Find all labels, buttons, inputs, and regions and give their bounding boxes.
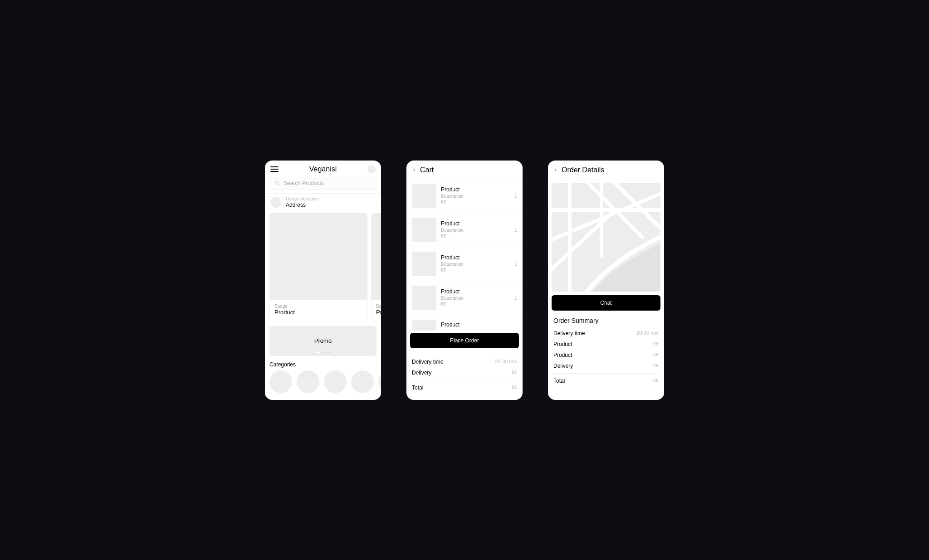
categories-row[interactable] xyxy=(265,370,381,393)
cart-item[interactable]: Product Description €€ 1 xyxy=(406,247,523,281)
order-summary-title: Order Summary xyxy=(548,311,664,328)
screen-home: Veganisi Search Products Current locatio… xyxy=(265,161,381,400)
app-title: Veganisi xyxy=(309,165,337,173)
item-name: Product xyxy=(441,288,510,296)
product-name: Product xyxy=(274,309,362,316)
profile-avatar[interactable] xyxy=(367,165,376,173)
place-order-button[interactable]: Place Order xyxy=(410,333,519,348)
summary-delivery-time: Delivery time 20-30 min xyxy=(412,356,517,367)
back-icon[interactable] xyxy=(412,167,416,173)
category-item[interactable] xyxy=(351,370,374,393)
item-name: Product xyxy=(441,220,510,228)
location-row[interactable]: Current location Address xyxy=(265,193,381,213)
location-address: Address xyxy=(286,202,318,208)
item-price: €€ xyxy=(441,233,510,239)
item-description: Description xyxy=(441,261,510,267)
product-badge: Badge xyxy=(376,304,381,309)
item-price: €€ xyxy=(441,267,510,273)
cart-summary: Delivery time 20-30 min Delivery €€ Tota… xyxy=(412,356,517,393)
categories-title: Categories xyxy=(265,360,381,370)
location-label: Current location xyxy=(286,196,318,202)
divider xyxy=(553,373,659,374)
summary-delivery-time: Delivery time 20-30 min xyxy=(553,328,659,339)
summary-product: Product €€ xyxy=(553,350,659,360)
item-quantity: 1 xyxy=(514,261,517,267)
promo-banner[interactable]: Promo xyxy=(269,326,376,356)
product-carousel[interactable]: Badge Product Badge Product xyxy=(265,213,381,321)
search-placeholder: Search Products xyxy=(284,180,324,186)
promo-label: Promo xyxy=(314,337,332,344)
order-header: Order Details xyxy=(548,161,664,179)
item-name: Product xyxy=(441,321,517,329)
product-card[interactable]: Badge Product xyxy=(269,213,367,321)
product-card[interactable]: Badge Product xyxy=(371,213,381,321)
category-item[interactable] xyxy=(324,370,347,393)
item-description: Description xyxy=(441,227,510,233)
item-price: €€ xyxy=(441,199,510,205)
category-item[interactable] xyxy=(269,370,292,393)
search-container: Search Products xyxy=(265,177,381,193)
summary-delivery: Delivery €€ xyxy=(553,360,659,371)
screen-order-details: Order Details Chat Order Summary Deliver… xyxy=(548,161,664,400)
cart-list: Product Description €€ 1 Product Descrip… xyxy=(406,179,523,331)
category-item[interactable] xyxy=(378,370,381,393)
delivery-map[interactable] xyxy=(552,183,660,292)
item-quantity: 1 xyxy=(514,193,517,199)
item-price: €€ xyxy=(441,301,510,307)
product-name: Product xyxy=(376,309,381,316)
item-image xyxy=(412,252,436,276)
order-summary: Delivery time 20-30 min Product €€ Produ… xyxy=(548,328,664,386)
cart-item[interactable]: Product Description €€ 1 xyxy=(406,281,523,315)
summary-total: Total €€ xyxy=(553,375,659,386)
cart-item[interactable]: Product Description €€ 1 xyxy=(406,213,523,247)
back-icon[interactable] xyxy=(553,167,558,173)
item-name: Product xyxy=(441,254,510,262)
search-input[interactable]: Search Products xyxy=(269,177,376,190)
item-image xyxy=(412,320,436,331)
cart-item[interactable]: Product Description €€ 1 xyxy=(406,179,523,213)
svg-line-1 xyxy=(278,184,279,185)
carousel-dots xyxy=(315,352,331,353)
cart-title: Cart xyxy=(420,166,434,174)
location-icon xyxy=(270,197,281,208)
summary-delivery: Delivery €€ xyxy=(412,367,517,378)
item-description: Description xyxy=(441,193,510,199)
summary-product: Product €€ xyxy=(553,339,659,350)
item-quantity: 1 xyxy=(514,227,517,233)
product-badge: Badge xyxy=(274,304,362,309)
cart-item[interactable]: Product xyxy=(406,315,523,331)
divider xyxy=(412,380,517,380)
item-image xyxy=(412,218,436,242)
svg-point-0 xyxy=(275,181,279,184)
item-image xyxy=(412,286,436,310)
screen-cart: Cart Product Description €€ 1 Product De… xyxy=(406,161,523,400)
category-item[interactable] xyxy=(297,370,319,393)
item-image xyxy=(412,184,436,208)
item-name: Product xyxy=(441,186,510,194)
item-quantity: 1 xyxy=(514,295,517,301)
home-header: Veganisi xyxy=(265,161,381,177)
product-image xyxy=(270,213,367,300)
summary-total: Total €€ xyxy=(412,382,517,393)
item-description: Description xyxy=(441,295,510,301)
menu-icon[interactable] xyxy=(270,166,279,172)
cart-header: Cart xyxy=(406,161,523,179)
product-image xyxy=(372,213,381,300)
order-title: Order Details xyxy=(562,166,604,174)
search-icon xyxy=(274,180,280,186)
chat-button[interactable]: Chat xyxy=(552,295,660,311)
